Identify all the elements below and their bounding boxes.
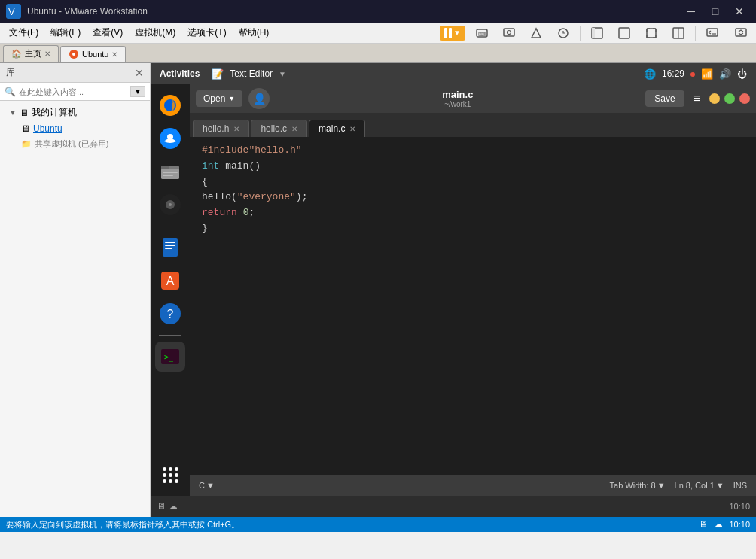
vm-display[interactable]: Activities 📝 Text Editor ▼ 🌐 16:29 📶 🔊 ⏻ [151, 63, 756, 517]
dock-thunderbird[interactable] [155, 123, 185, 153]
tab-width-label: Tab Width: 8 [610, 481, 656, 490]
svg-point-29 [169, 203, 172, 206]
tab-home-label: 主页 [25, 48, 41, 59]
position-indicator[interactable]: Ln 8, Col 1 ▼ [675, 481, 724, 490]
suspend-button[interactable] [524, 23, 548, 43]
tab-home-close[interactable]: ✕ [44, 50, 50, 58]
gedit-tab-hello-c[interactable]: hello.c ✕ [251, 120, 307, 137]
code-line-3: { [202, 175, 744, 190]
guest-view-button[interactable] [666, 23, 690, 43]
code-line-4: hello("everyone"); [202, 190, 744, 205]
dock-files[interactable] [155, 156, 185, 187]
texteditor-icon: 📝 [212, 68, 224, 80]
tab-home[interactable]: 🏠 主页 ✕ [3, 45, 59, 62]
snapshot-button[interactable] [551, 23, 575, 43]
menu-vm[interactable]: 虚拟机(M) [129, 23, 181, 42]
dock-show-apps[interactable] [155, 460, 185, 490]
svg-rect-10 [647, 29, 656, 38]
vm-icon: 🖥 [21, 123, 30, 134]
ubuntu-tab-icon [69, 49, 79, 59]
tree-item-ubuntu[interactable]: 🖥 Ubuntu [0, 121, 150, 136]
restore-button[interactable]: □ [705, 5, 726, 18]
tree-expand-icon: ▼ [9, 108, 17, 117]
menu-tabs[interactable]: 选项卡(T) [181, 23, 232, 42]
close-button[interactable]: ✕ [729, 5, 750, 18]
status-message: 要将输入定向到该虚拟机，请将鼠标指针移入其中或按 Ctrl+G。 [6, 519, 239, 530]
svg-point-21 [167, 134, 173, 140]
expand-button[interactable] [729, 23, 753, 43]
tab-width-dropdown-icon: ▼ [657, 481, 666, 490]
hamburger-menu-button[interactable]: ≡ [690, 89, 703, 108]
tree-item-my-computer[interactable]: ▼ 🖥 我的计算机 [0, 104, 150, 121]
send-ctrl-alt-del-button[interactable]: ⌨ [470, 23, 494, 43]
tree-item-shared[interactable]: 📁 共享虚拟机 (已弃用) [0, 136, 150, 152]
profile-button[interactable]: 👤 [248, 88, 270, 109]
gedit-tab-hello-h[interactable]: hello.h ✕ [193, 120, 249, 137]
toolbar-view-controls [585, 23, 690, 43]
code-editor[interactable]: #include"hello.h" int main() { hello("ev… [190, 137, 756, 475]
app-menu-label[interactable]: Text Editor [230, 68, 273, 79]
gedit-minimize-button[interactable] [709, 93, 720, 104]
dock-terminal[interactable]: >_ [155, 342, 185, 372]
menu-edit[interactable]: 编辑(E) [44, 23, 87, 42]
power-icon[interactable]: ⏻ [737, 68, 747, 80]
save-button[interactable]: Save [645, 90, 684, 107]
search-dropdown-button[interactable]: ▼ [130, 86, 145, 97]
tab-ubuntu-close[interactable]: ✕ [111, 50, 117, 59]
home-icon: 🏠 [11, 49, 22, 59]
activities-button[interactable]: Activities [160, 68, 200, 79]
svg-rect-32 [165, 245, 175, 246]
close-hello-c[interactable]: ✕ [291, 125, 297, 133]
dock-software-store[interactable]: A [155, 266, 185, 296]
tab-ubuntu[interactable]: Ubuntu ✕ [60, 46, 126, 62]
toolbar-vm-controls: ⌨ [470, 23, 575, 43]
svg-rect-8 [592, 28, 595, 38]
menu-view[interactable]: 查看(V) [87, 23, 129, 42]
open-button[interactable]: Open ▼ [196, 90, 242, 107]
close-main-c[interactable]: ✕ [349, 125, 355, 133]
dock-help[interactable]: ? [155, 299, 185, 329]
code-line-5: return 0; [202, 205, 744, 221]
audio-icon[interactable]: 🔊 [719, 68, 731, 80]
insert-mode-label: INS [733, 481, 747, 490]
dock-rhythmbox[interactable] [155, 190, 185, 220]
sidebar-title: 库 [6, 66, 15, 79]
close-hello-h[interactable]: ✕ [233, 125, 239, 133]
current-filepath: ~/work1 [444, 100, 471, 108]
open-dropdown-icon: ▼ [228, 95, 235, 102]
search-icon: 🔍 [5, 87, 16, 97]
vmware-statusbar: 要将输入定向到该虚拟机，请将鼠标指针移入其中或按 Ctrl+G。 🖥 ☁ 10:… [0, 517, 756, 532]
dock-libreoffice-writer[interactable] [155, 232, 185, 263]
toolbar-sep-1 [580, 26, 581, 41]
pause-button[interactable]: ▼ [440, 26, 465, 41]
get-screenshot-button[interactable] [497, 23, 521, 43]
menu-help[interactable]: 帮助(H) [233, 23, 276, 42]
tree-item-label: Ubuntu [33, 123, 62, 134]
toolbar-sep-2 [695, 26, 696, 41]
tab-width-selector[interactable]: Tab Width: 8 ▼ [610, 481, 666, 490]
sidebar-close-button[interactable]: ✕ [135, 67, 144, 79]
normal-view-button[interactable] [585, 23, 609, 43]
dock-firefox[interactable] [155, 90, 185, 120]
gedit-statusbar: C ▼ Tab Width: 8 ▼ Ln 8, Col 1 ▼ INS [190, 475, 756, 496]
network-status-icon[interactable]: 📶 [701, 68, 713, 80]
gedit-tab-main-c[interactable]: main.c ✕ [309, 120, 365, 137]
menu-file[interactable]: 文件(F) [3, 23, 44, 42]
language-selector[interactable]: C ▼ [199, 481, 215, 490]
position-label: Ln 8, Col 1 [675, 481, 715, 490]
vm-status-icon-2: ☁ [714, 519, 723, 530]
gedit-tab-bar: hello.h ✕ hello.c ✕ main.c ✕ [190, 113, 756, 137]
minimize-button[interactable]: ─ [681, 5, 702, 18]
menu-bar: 文件(F) 编辑(E) 查看(V) 虚拟机(M) 选项卡(T) 帮助(H) ▼ … [0, 23, 756, 44]
console-button[interactable] [700, 23, 724, 43]
svg-rect-23 [161, 169, 179, 179]
gedit-close-button[interactable] [739, 93, 750, 104]
unity-view-button[interactable] [612, 23, 636, 43]
ubuntu-topbar: Activities 📝 Text Editor ▼ 🌐 16:29 📶 🔊 ⏻ [151, 63, 756, 84]
tab-hello-c-label: hello.c [261, 123, 287, 134]
gedit-maximize-button[interactable] [724, 93, 735, 104]
svg-rect-4 [504, 29, 514, 36]
fullscreen-button[interactable] [639, 23, 663, 43]
search-input[interactable] [19, 87, 130, 96]
code-line-6: } [202, 221, 744, 237]
